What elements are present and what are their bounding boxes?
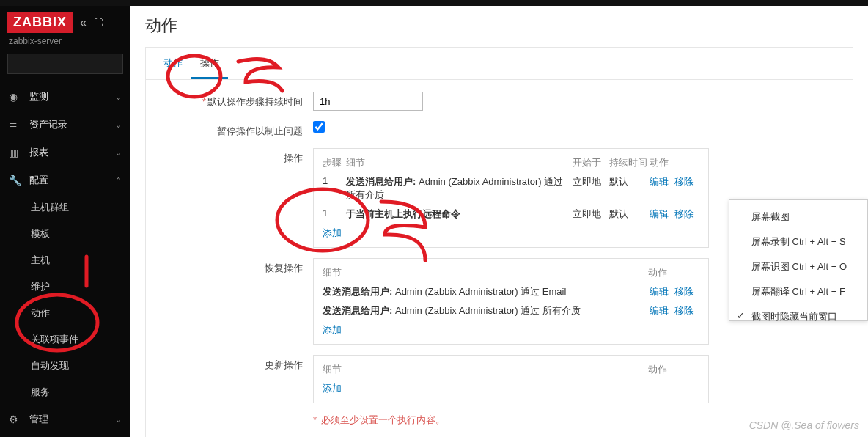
nav-administration[interactable]: ⚙管理 ⌄	[0, 405, 130, 433]
search-input[interactable]	[8, 59, 130, 69]
sidebar-item-hostgroups[interactable]: 主机群组	[0, 194, 130, 221]
tab-operations[interactable]: 操作	[191, 48, 228, 79]
fullscreen-icon[interactable]: ⛶	[94, 18, 103, 28]
remove-link[interactable]: 移除	[674, 305, 694, 316]
recovery-row: 发送消息给用户: Admin (Zabbix Administrator) 通过…	[323, 285, 699, 298]
search-box[interactable]: 🔍	[7, 54, 123, 74]
sidebar-item-maintenance[interactable]: 维护	[0, 273, 130, 300]
input-default-duration[interactable]	[313, 92, 423, 111]
col-step: 步骤	[323, 156, 346, 169]
sidebar: ZABBIX « ⛶ zabbix-server 🔍 ◉监测 ⌄ ≣资产记录 ⌄…	[0, 6, 130, 437]
remove-link[interactable]: 移除	[674, 286, 694, 297]
tab-action[interactable]: 动作	[155, 48, 191, 79]
nav-reports[interactable]: ▥报表 ⌄	[0, 139, 130, 166]
popup-record[interactable]: 屏幕录制 Ctrl + Alt + S	[729, 229, 867, 254]
sidebar-item-actions[interactable]: 动作	[0, 300, 130, 326]
recovery-row: 发送消息给用户: Admin (Zabbix Administrator) 通过…	[323, 304, 699, 317]
add-recovery-link[interactable]: 添加	[323, 324, 342, 335]
gear-icon: ⚙	[9, 414, 21, 425]
nav-monitoring[interactable]: ◉监测 ⌄	[0, 83, 130, 111]
col-start: 开始于	[573, 156, 609, 169]
update-ops-list: 细节 动作 添加	[313, 355, 709, 403]
operation-row: 1 发送消息给用户: Admin (Zabbix Administrator) …	[323, 175, 699, 202]
col-duration: 持续时间	[609, 156, 650, 169]
eye-icon: ◉	[9, 91, 21, 103]
watermark: CSDN @.Sea of flowers	[749, 419, 859, 431]
screenshot-tool-popup: 屏幕截图 屏幕录制 Ctrl + Alt + S 屏幕识图 Ctrl + Alt…	[729, 199, 868, 321]
sidebar-item-correlation[interactable]: 关联项事件	[0, 326, 130, 353]
operations-list: 步骤 细节 开始于 持续时间 动作 1 发送消息给用户: Admin (Zabb…	[313, 148, 709, 248]
edit-link[interactable]: 编辑	[650, 176, 669, 187]
chevron-down-icon: ⌄	[115, 415, 122, 425]
list-icon: ≣	[9, 119, 21, 131]
chevron-up-icon: ⌃	[115, 176, 122, 186]
chart-icon: ▥	[9, 147, 21, 158]
add-operation-link[interactable]: 添加	[323, 227, 342, 238]
popup-screenshot[interactable]: 屏幕截图	[729, 205, 867, 229]
popup-translate[interactable]: 屏幕翻译 Ctrl + Alt + F	[729, 279, 867, 304]
label-operations: 操作	[159, 148, 313, 165]
wrench-icon: 🔧	[9, 175, 21, 186]
zabbix-logo[interactable]: ZABBIX	[7, 12, 73, 33]
col-detail: 细节	[323, 363, 648, 376]
nav-inventory[interactable]: ≣资产记录 ⌄	[0, 111, 130, 139]
page-title: 动作	[145, 15, 853, 37]
col-detail: 细节	[346, 156, 573, 169]
col-action: 动作	[648, 266, 699, 279]
edit-link[interactable]: 编辑	[650, 305, 669, 316]
chevron-down-icon: ⌄	[115, 148, 122, 158]
browser-tabs-strip	[0, 0, 868, 6]
label-pause: 暂停操作以制止问题	[159, 121, 313, 138]
sidebar-item-discovery[interactable]: 自动发现	[0, 353, 130, 379]
edit-link[interactable]: 编辑	[650, 208, 669, 219]
label-recovery: 恢复操作	[159, 258, 313, 275]
edit-link[interactable]: 编辑	[650, 286, 669, 297]
recovery-list: 细节 动作 发送消息给用户: Admin (Zabbix Administrat…	[313, 258, 709, 345]
nav-configuration[interactable]: 🔧配置 ⌃	[0, 166, 130, 194]
popup-hide-window[interactable]: 截图时隐藏当前窗口	[729, 304, 762, 316]
label-default-duration: *默认操作步骤持续时间	[159, 92, 313, 109]
remove-link[interactable]: 移除	[674, 176, 694, 187]
operation-row: 1 于当前主机上执行远程命令 立即地 默认 编辑 移除	[323, 208, 699, 221]
server-name: zabbix-server	[0, 36, 130, 54]
chevron-down-icon: ⌄	[115, 120, 122, 130]
collapse-sidebar-icon[interactable]: «	[80, 16, 87, 29]
chevron-down-icon: ⌄	[115, 92, 122, 102]
col-detail: 细节	[323, 266, 648, 279]
label-update-ops: 更新操作	[159, 355, 313, 372]
remove-link[interactable]: 移除	[674, 208, 694, 219]
sidebar-item-templates[interactable]: 模板	[0, 221, 130, 247]
col-action: 动作	[650, 156, 699, 169]
nav-config-subitems: 主机群组 模板 主机 维护 动作 关联项事件 自动发现 服务	[0, 194, 130, 405]
sidebar-item-hosts[interactable]: 主机	[0, 247, 130, 273]
checkbox-pause[interactable]	[313, 121, 325, 133]
popup-ocr[interactable]: 屏幕识图 Ctrl + Alt + O	[729, 254, 867, 279]
tabs: 动作 操作	[146, 48, 853, 80]
sidebar-item-services[interactable]: 服务	[0, 379, 130, 405]
col-action: 动作	[648, 363, 699, 376]
add-update-op-link[interactable]: 添加	[323, 383, 342, 394]
